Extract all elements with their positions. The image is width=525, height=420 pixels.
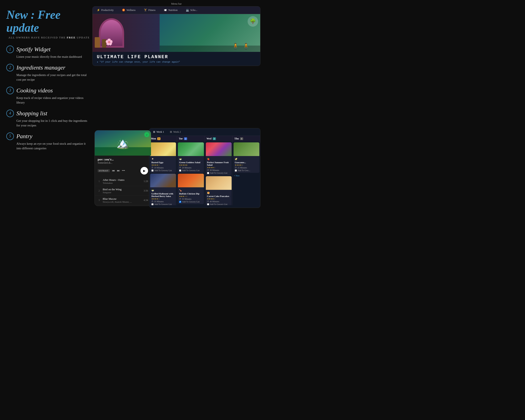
meal-card-body: 🥗 Green Goddess Salad ★★★★★ ⏱ 20 Minutes… <box>178 156 204 173</box>
meal-name: Basted Eggs <box>151 161 175 164</box>
meal-card-image <box>178 174 204 187</box>
grocery-checkbox[interactable] <box>207 172 209 174</box>
playlist-song: Bird on the Wing <box>103 188 141 191</box>
playlist-song: After Hours - Outro <box>103 178 141 182</box>
menu-tab-nutrition[interactable]: 🍽️Nutrition <box>159 7 182 14</box>
extrait-badge: EXTRAIT <box>98 169 110 172</box>
day-badge: 2 <box>213 137 216 140</box>
play-button[interactable]: ▶ <box>141 167 148 175</box>
day-header: Wed 2 <box>205 136 233 141</box>
day-badge: 1 <box>240 137 243 140</box>
meal-card-image <box>178 142 204 156</box>
feature-number: 4 <box>6 110 14 117</box>
menu-tab-wellness[interactable]: 🏵️Wellness <box>118 7 140 14</box>
add-new-button[interactable]: + New <box>177 205 205 205</box>
grocery-checkbox[interactable] <box>151 169 153 172</box>
menu-tabs: ⚡Productivity🏵️Wellness🏋️Fitness🍽️Nutrit… <box>93 7 260 14</box>
clock-icon: ⏱ <box>179 198 181 200</box>
meal-stars: ★★★★☆ <box>151 198 175 200</box>
spotify-widget-card: 🏔️ ♪ pov: you'r... SomeoneLik... EXTRAIT… <box>94 130 151 206</box>
meal-icon: 🍗 <box>179 189 182 192</box>
feature-desc: Always keep an eye on your food stock an… <box>6 141 90 151</box>
feature-number: 3 <box>6 87 14 94</box>
playlist-item[interactable]: 2 Bird on the Wing Sungazer 3:56 <box>95 186 151 196</box>
week-tab-icon: ⊞ <box>170 131 172 134</box>
clock-icon: ⏱ <box>179 167 181 169</box>
week-tab-2[interactable]: ⊞Week 2 <box>169 130 182 134</box>
meal-card[interactable]: 🥞 Carrot Cake Pancakes ★★★★☆ ⏱ 40 Minute… <box>206 176 232 205</box>
meal-grocery[interactable]: Add To Grocery List <box>179 201 202 203</box>
day-header: Thu 1 <box>233 136 260 141</box>
menu-tab-scho...[interactable]: 💻Scho... <box>182 7 201 14</box>
meal-grocery[interactable]: Add To Grocery List <box>151 169 175 172</box>
meal-card[interactable]: 🥗 Green Goddess Salad ★★★★★ ⏱ 20 Minutes… <box>178 142 204 173</box>
menu-tab-icon: 💻 <box>186 9 189 12</box>
meal-card[interactable]: 🍓 Perfect Summer Fruit Salad ★★★★☆ ⏱ 30 … <box>206 142 232 175</box>
dashboard-subtitle: ★ "If your life can change once, your li… <box>97 60 256 63</box>
meal-name: Grilled Halloumi with Herbed Berry Salsa <box>151 192 175 197</box>
feature-title: Pantry <box>16 133 32 140</box>
meal-card-image <box>234 142 259 156</box>
spotify-artist: SomeoneLik... <box>98 161 148 164</box>
meal-card-body: 🍳 Basted Eggs ★★★★☆ ⏱ 10 Minutes Add To … <box>150 156 176 173</box>
meal-day-thu: Thu 1 🥑 Guacamo... ★★★★☆ ⏱ 15 Minutes Ad… <box>233 136 260 205</box>
feature-number: 1 <box>6 46 14 53</box>
playlist-artist: Sungazer <box>103 191 141 194</box>
prev-button[interactable]: ⏮ <box>112 169 115 172</box>
game-banner-right: ● 🧍 🧍 🌳 <box>159 14 260 52</box>
meal-name: Buffalo Chicken Dip <box>179 192 202 195</box>
meal-card[interactable]: 🥑 Guacamo... ★★★★☆ ⏱ 15 Minutes Add To G… <box>234 142 259 173</box>
meal-card[interactable]: 🍳 Basted Eggs ★★★★☆ ⏱ 10 Minutes Add To … <box>150 142 176 173</box>
spotify-controls[interactable]: EXTRAIT ⏮ ⏭ ••• ▶ <box>95 166 151 176</box>
meal-grocery[interactable]: Add To Groc... <box>235 169 258 172</box>
next-button[interactable]: ⏭ <box>117 169 120 172</box>
menu-tab-label: Nutrition <box>168 9 178 12</box>
grocery-checkbox[interactable] <box>179 169 181 172</box>
day-header: Tue 2 <box>177 136 205 141</box>
playlist-artist: Slowya.roll, Anatole Muster, ... <box>103 201 141 203</box>
meal-grocery[interactable]: Add To Grocery List <box>179 169 202 172</box>
grocery-checkbox[interactable] <box>235 169 237 172</box>
meal-time: ⏱ 55 Minutes <box>179 198 202 200</box>
feature-header: 3 Cooking videos <box>6 87 90 94</box>
meal-card[interactable]: 🍗 Buffalo Chicken Dip ★★★☆☆ ⏱ 55 Minutes… <box>178 174 204 204</box>
meal-card-image <box>206 176 232 190</box>
grocery-label: Add To Grocery List <box>182 169 199 172</box>
menu-tab-fitness[interactable]: 🏋️Fitness <box>140 7 159 14</box>
meal-grocery[interactable]: Add To Grocery List <box>207 172 230 174</box>
meal-name: Carrot Cake Pancakes <box>207 195 230 197</box>
playlist-info: After Hours - Outro Telemakus <box>103 178 141 184</box>
menu-tab-icon: 🏵️ <box>122 9 125 12</box>
grocery-checkbox[interactable] <box>151 203 153 205</box>
menu-tab-label: Scho... <box>190 9 197 12</box>
meal-planner: ⊞Week 1⊞Week 2 Mon 3 🍳 Basted Eggs ★★★★☆… <box>149 128 260 208</box>
spotify-logo-icon: ♪ <box>144 132 149 137</box>
day-badge: 2 <box>184 137 187 140</box>
week-tab-1[interactable]: ⊞Week 1 <box>152 130 165 134</box>
meal-card-body: 🥞 Carrot Cake Pancakes ★★★★☆ ⏱ 40 Minute… <box>206 190 232 205</box>
menu-tab-productivity[interactable]: ⚡Productivity <box>93 7 118 14</box>
playlist-item[interactable]: 3 Blue Macaw Slowya.roll, Anatole Muster… <box>95 196 151 205</box>
clock-icon: ⏱ <box>151 200 153 203</box>
playlist-duration: 4:34 <box>144 199 148 202</box>
feature-5: 5 Pantry Always keep an eye on your food… <box>6 132 90 151</box>
grocery-checkbox[interactable] <box>179 201 181 203</box>
meal-grocery[interactable]: Add To Grocery List <box>151 203 175 205</box>
meal-day-mon: Mon 3 🍳 Basted Eggs ★★★★☆ ⏱ 10 Minutes A… <box>149 136 177 205</box>
meal-time: ⏱ 20 Minutes <box>179 167 202 169</box>
meal-card[interactable]: 🥗 Grilled Halloumi with Herbed Berry Sal… <box>150 174 176 205</box>
meal-time: ⏱ 15 Minutes <box>235 167 258 169</box>
add-new-button[interactable]: + New <box>233 174 260 178</box>
more-button[interactable]: ••• <box>122 169 125 172</box>
game-banner: 🌸 ● 🧍 🧍 🌳 <box>93 14 260 52</box>
main-title: New : Free update <box>6 8 90 34</box>
grocery-checkbox[interactable] <box>207 203 209 205</box>
meal-day-tue: Tue 2 🥗 Green Goddess Salad ★★★★★ ⏱ 20 M… <box>177 136 205 205</box>
feature-desc: Get your shopping list in 1 click and bu… <box>6 118 90 128</box>
meal-name: Green Goddess Salad <box>179 161 202 164</box>
meal-grocery[interactable]: Add To Grocery List <box>207 203 230 205</box>
feature-2: 2 Ingredients manager Manage the ingredi… <box>6 64 90 82</box>
feature-desc: Listen your music directly from the main… <box>6 54 90 59</box>
meal-stars: ★★★★☆ <box>151 164 175 166</box>
playlist-item[interactable]: 1 After Hours - Outro Telemakus 1:28 <box>95 177 151 186</box>
